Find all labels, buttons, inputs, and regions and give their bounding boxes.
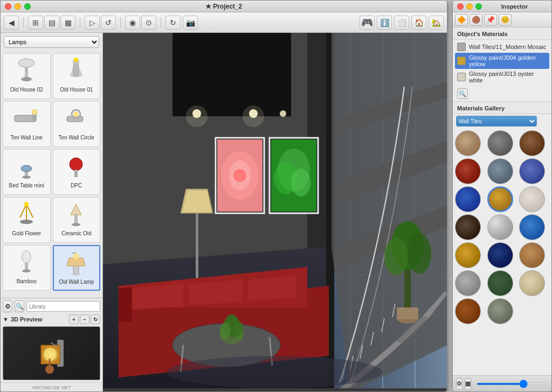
settings-tool-btn[interactable]: ⚙ [3, 300, 12, 312]
preview-section: ▼ 3D Preview + − ↻ [3, 314, 100, 380]
gallery-swatch[interactable] [519, 130, 545, 156]
list-item[interactable]: Ceramic Old [53, 197, 101, 243]
home-btn[interactable]: 🏡 [429, 16, 444, 30]
material-item[interactable]: Glossy paint/J013 oyster white [455, 69, 549, 85]
list-item[interactable]: Old Wall Lamp [53, 245, 101, 291]
list-item[interactable]: Old House 02 [3, 53, 51, 99]
gallery-swatch[interactable] [455, 242, 481, 268]
gallery-swatch[interactable] [487, 214, 513, 240]
item-thumbnail [60, 104, 93, 134]
pointer-tool[interactable]: ▷ [85, 16, 100, 30]
sidebar-tools: ⚙ 🔍 [3, 300, 100, 312]
view-2d-btn[interactable]: ⬜ [394, 16, 409, 30]
svg-point-103 [167, 356, 383, 388]
item-label: Ten Wall Line [10, 135, 43, 141]
toolbar-sep-2 [80, 17, 80, 28]
item-label: Old House 01 [60, 87, 93, 93]
gallery-swatch[interactable] [455, 214, 481, 240]
gallery-swatch[interactable] [487, 242, 513, 268]
gallery-swatch[interactable] [519, 214, 545, 240]
items-grid: Old House 02 Old House 01 [1, 51, 102, 298]
inspector-body: Object's Materials Wall Tiles/11_Modern … [453, 27, 551, 375]
list-item[interactable]: Bamboo [3, 245, 51, 291]
inspector-minimize-btn[interactable] [466, 3, 473, 10]
circle-tool[interactable]: ◉ [125, 16, 140, 30]
inspector-traffic-lights [457, 3, 482, 10]
rotate-preview-btn[interactable]: ↻ [91, 314, 100, 324]
list-view-button[interactable]: ⊞ [28, 16, 43, 30]
list-item[interactable]: Ten Wall Circle [53, 101, 101, 147]
floor-plan-btn[interactable]: 🏠 [411, 16, 426, 30]
toolbar-sep-3 [120, 17, 121, 28]
viewport-scrollbar[interactable] [103, 388, 447, 392]
eyedropper-btn[interactable]: 🔍 [457, 88, 468, 99]
rotate-tool[interactable]: ↺ [101, 16, 116, 30]
opacity-slider[interactable] [477, 383, 546, 385]
info-btn[interactable]: ℹ️ [377, 16, 392, 30]
detail-view-button[interactable]: ▦ [60, 16, 75, 30]
svg-point-14 [22, 176, 31, 179]
3d-mode-btn[interactable]: 🎮 [360, 16, 375, 30]
inspector-footer-settings[interactable]: ⚙ [456, 378, 463, 390]
list-item[interactable]: Gold Flower [3, 197, 51, 243]
category-dropdown[interactable]: Lamps Chairs Tables Sofas [4, 36, 99, 48]
shape-buttons: ◉ ⊙ [125, 16, 156, 30]
back-button[interactable]: ◀ [4, 16, 19, 30]
category-select[interactable]: Lamps Chairs Tables Sofas [4, 36, 99, 48]
inspector-tool-3[interactable]: 📌 [484, 14, 497, 26]
svg-line-17 [20, 204, 26, 218]
gallery-dropdown-container[interactable]: Wall Tiles Paint Wood Metal Stone [453, 114, 551, 128]
main-viewport[interactable] [103, 33, 447, 392]
refresh-tool[interactable]: ↻ [165, 16, 181, 30]
inspector-tool-4[interactable]: 😊 [499, 14, 512, 26]
list-item[interactable]: Bed Table mini [3, 149, 51, 195]
dot-tool[interactable]: ⊙ [141, 16, 156, 30]
gallery-swatch[interactable] [487, 158, 513, 184]
search-tool-btn[interactable]: 🔍 [15, 300, 24, 312]
svg-marker-4 [70, 60, 83, 76]
close-button[interactable] [5, 3, 11, 10]
zoom-in-btn[interactable]: + [69, 314, 79, 324]
list-item[interactable]: Ten Wall Line [3, 101, 51, 147]
svg-line-18 [26, 204, 33, 218]
svg-point-21 [20, 220, 33, 224]
gallery-swatch[interactable] [455, 158, 481, 184]
search-input[interactable] [26, 301, 100, 312]
gallery-category-select[interactable]: Wall Tiles Paint Wood Metal Stone [456, 116, 537, 127]
camera-tool[interactable]: 📷 [183, 16, 198, 30]
inspector-tool-1[interactable]: 🔶 [455, 14, 468, 26]
gallery-swatch[interactable] [455, 186, 481, 212]
sidebar-logo: ARCHIBASE NET [1, 382, 102, 392]
gallery-swatch[interactable] [455, 298, 481, 324]
grid-view-button[interactable]: ▤ [44, 16, 59, 30]
inspector-close-btn[interactable] [457, 3, 464, 10]
gallery-swatch[interactable] [519, 242, 545, 268]
minimize-button[interactable] [15, 3, 21, 10]
list-item[interactable]: Old House 01 [53, 53, 101, 99]
gallery-swatch[interactable] [487, 270, 513, 296]
material-item[interactable]: Wall Tiles/11_Modern Mosaic [455, 41, 549, 53]
gallery-swatch[interactable] [487, 298, 513, 324]
material-swatch [457, 43, 466, 51]
gallery-swatch[interactable] [455, 130, 481, 156]
gallery-swatch[interactable] [519, 186, 545, 212]
gallery-swatch[interactable] [487, 186, 513, 212]
item-thumbnail [60, 152, 93, 181]
gallery-swatch[interactable] [455, 270, 481, 296]
gallery-swatch[interactable] [519, 158, 545, 184]
main-toolbar: ◀ ⊞ ▤ ▦ ▷ ↺ ◉ ⊙ ↻ 📷 🎮 ℹ️ ⬜ 🏠 🏡 [1, 12, 447, 33]
material-item[interactable]: Glossy paint/J004 golden yellow [455, 53, 549, 69]
inspector-maximize-btn[interactable] [475, 3, 482, 10]
svg-marker-88 [119, 287, 132, 323]
maximize-button[interactable] [24, 3, 31, 10]
gallery-swatch[interactable] [487, 130, 513, 156]
svg-marker-22 [71, 204, 81, 215]
inspector-tool-2[interactable]: 🟤 [470, 14, 482, 26]
gallery-swatch[interactable] [519, 270, 545, 296]
zoom-out-btn[interactable]: − [80, 314, 89, 324]
preview-controls: + − ↻ [69, 314, 100, 324]
svg-rect-1 [25, 67, 28, 78]
list-item[interactable]: DPC [53, 149, 101, 195]
title-bar: ★ Project_2 [1, 1, 447, 12]
inspector-footer-grid[interactable]: ▦ [465, 378, 471, 390]
